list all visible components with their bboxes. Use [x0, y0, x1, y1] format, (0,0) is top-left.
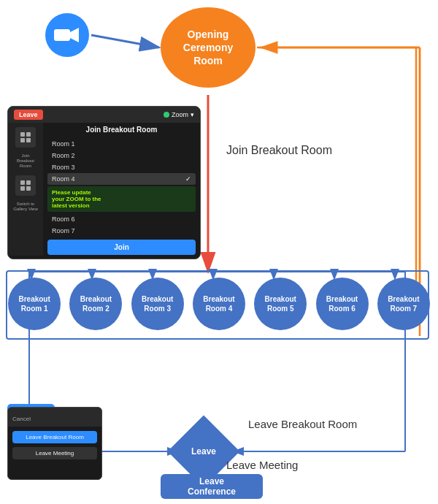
ss-join-button[interactable]: Join: [47, 240, 196, 255]
breakout-room-5[interactable]: BreakoutRoom 5: [254, 278, 307, 330]
ss-gallery-icon: [15, 175, 36, 196]
ss-room-7[interactable]: Room 7: [47, 225, 196, 237]
breakout-room-7[interactable]: BreakoutRoom 7: [377, 278, 430, 330]
svg-rect-27: [20, 132, 25, 137]
leave-meeting-text: Leave Meeting: [226, 459, 298, 471]
svg-rect-31: [20, 180, 25, 185]
ss-room-6[interactable]: Room 6: [47, 213, 196, 225]
ls-header: Cancel: [8, 408, 101, 427]
ls-cancel[interactable]: Cancel: [12, 416, 31, 422]
leave-diamond-text: Leave: [178, 435, 229, 467]
svg-rect-0: [54, 29, 70, 41]
breakout-room-3[interactable]: BreakoutRoom 3: [131, 278, 184, 330]
zoom-icon: [45, 13, 89, 57]
svg-rect-34: [26, 186, 31, 191]
ss-sidebar-join-label: JoinBreakoutRoom: [17, 153, 34, 169]
svg-rect-30: [26, 138, 31, 142]
svg-rect-32: [26, 180, 31, 185]
ss-main: Join Breakout Room Room 1 Room 2 Room 3 …: [43, 123, 200, 256]
ss-room-1[interactable]: Room 1: [47, 138, 196, 150]
ss-zoom-label: Zoom ▾: [164, 111, 194, 118]
ss-room-4[interactable]: Room 4 ✓: [47, 173, 196, 185]
ls-leave-meeting-btn[interactable]: Leave Meeting: [12, 447, 97, 459]
join-breakout-text: Join Breakout Room: [226, 142, 332, 159]
ss-room-3[interactable]: Room 3: [47, 161, 196, 173]
breakout-room-4[interactable]: BreakoutRoom 4: [193, 278, 245, 330]
svg-rect-29: [20, 138, 25, 142]
svg-rect-28: [26, 132, 31, 137]
leave-screenshot: Cancel Leave Breakout Room Leave Meeting: [7, 407, 102, 480]
screenshot-body: JoinBreakoutRoom Switch toGallery View J…: [8, 123, 200, 256]
diagram: Opening Ceremony Room Join Breakout Room…: [0, 0, 438, 504]
opening-ceremony-room: Opening Ceremony Room: [161, 7, 256, 88]
leave-conference-button[interactable]: Leave Conference: [161, 474, 263, 499]
ss-room-2[interactable]: Room 2: [47, 150, 196, 161]
ss-warning: Please updateyour ZOOM to thelatest vers…: [47, 186, 196, 212]
ss-grid-icon: [15, 127, 36, 148]
breakout-room-1[interactable]: BreakoutRoom 1: [8, 278, 61, 330]
leave-breakout-room-text: Leave Breakout Room: [248, 418, 357, 430]
breakout-room-2[interactable]: BreakoutRoom 2: [69, 278, 122, 330]
ls-body: Leave Breakout Room Leave Meeting: [8, 427, 101, 464]
screenshot-header: Leave Zoom ▾: [8, 107, 200, 123]
ss-leave-btn[interactable]: Leave: [14, 110, 43, 120]
ss-title: Join Breakout Room: [47, 126, 196, 134]
join-breakout-screenshot: Leave Zoom ▾ JoinBreakoutRoom: [7, 106, 201, 259]
breakout-room-6[interactable]: BreakoutRoom 6: [316, 278, 369, 330]
ls-leave-breakout-btn[interactable]: Leave Breakout Room: [12, 431, 97, 443]
svg-rect-33: [20, 186, 25, 191]
svg-marker-1: [70, 28, 79, 42]
zoom-status-dot: [164, 112, 169, 118]
ss-sidebar: JoinBreakoutRoom Switch toGallery View: [8, 123, 43, 256]
breakout-rooms-container: BreakoutRoom 1 BreakoutRoom 2 BreakoutRo…: [4, 278, 434, 330]
ss-sidebar-gallery-label: Switch toGallery View: [13, 202, 38, 212]
svg-line-6: [91, 35, 159, 47]
